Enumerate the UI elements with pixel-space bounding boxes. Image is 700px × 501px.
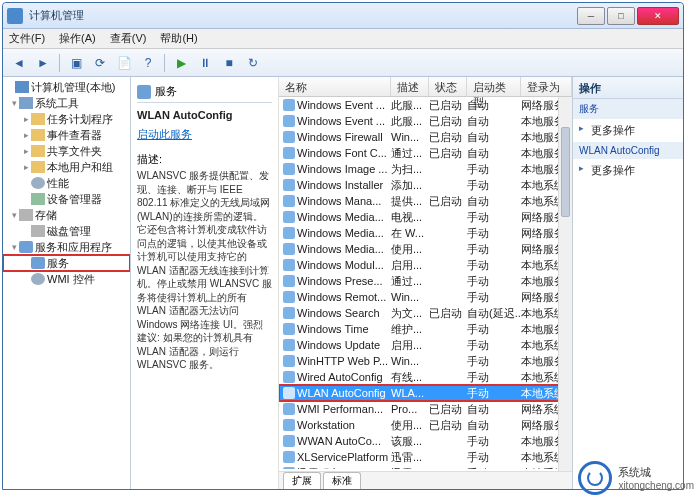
show-hide-icon[interactable]: ▣	[66, 53, 86, 73]
play-icon[interactable]: ▶	[171, 53, 191, 73]
service-icon	[283, 403, 295, 415]
menu-help[interactable]: 帮助(H)	[160, 31, 197, 46]
service-row[interactable]: WinHTTP Web P...Win...手动本地服务	[279, 353, 572, 369]
service-row[interactable]: Windows Installer添加...手动本地系统	[279, 177, 572, 193]
minimize-button[interactable]: ─	[577, 7, 605, 25]
service-icon	[283, 275, 295, 287]
service-row[interactable]: WLAN AutoConfigWLA...手动本地系统	[279, 385, 572, 401]
service-icon	[283, 419, 295, 431]
tree-item[interactable]: ▸任务计划程序	[3, 111, 130, 127]
tab-extended[interactable]: 扩展	[283, 472, 321, 489]
list-header[interactable]: 名称 描述 状态 启动类型 登录为	[279, 77, 572, 97]
tree-group-services[interactable]: ▾服务和应用程序	[3, 239, 130, 255]
tree-group-system[interactable]: ▾系统工具	[3, 95, 130, 111]
tree-item[interactable]: 设备管理器	[3, 191, 130, 207]
service-icon	[283, 99, 295, 111]
more-actions-link[interactable]: 更多操作	[573, 159, 683, 182]
tree-item[interactable]: WMI 控件	[3, 271, 130, 287]
gear-icon	[137, 85, 151, 99]
service-row[interactable]: Workstation使用...已启动自动网络服务	[279, 417, 572, 433]
col-desc[interactable]: 描述	[391, 77, 429, 96]
service-row[interactable]: WWAN AutoCo...该服...手动本地服务	[279, 433, 572, 449]
titlebar[interactable]: 计算机管理 ─ □ ✕	[3, 3, 683, 29]
help-icon[interactable]: ?	[138, 53, 158, 73]
more-actions-link[interactable]: 更多操作	[573, 119, 683, 142]
service-row[interactable]: Windows Modul...启用...手动本地系统	[279, 257, 572, 273]
col-name[interactable]: 名称	[279, 77, 391, 96]
service-icon	[283, 355, 295, 367]
service-icon	[283, 467, 295, 469]
tree-root[interactable]: 计算机管理(本地)	[3, 79, 130, 95]
service-icon	[283, 147, 295, 159]
app-icon	[7, 8, 23, 24]
view-tabs: 扩展 标准	[279, 471, 572, 489]
forward-icon[interactable]: ►	[33, 53, 53, 73]
service-row[interactable]: Windows Media...在 W...手动网络服务	[279, 225, 572, 241]
service-row[interactable]: Windows Image ...为扫...手动本地服务	[279, 161, 572, 177]
start-service-link[interactable]: 启动此服务	[137, 127, 272, 142]
service-row[interactable]: XLServicePlatform迅雷...手动本地系统	[279, 449, 572, 465]
tree-item[interactable]: ▸共享文件夹	[3, 143, 130, 159]
service-icon	[283, 259, 295, 271]
list-rows[interactable]: Windows Event ...此服...已启动自动网络服务Windows E…	[279, 97, 572, 469]
service-icon	[283, 131, 295, 143]
tree-item-services[interactable]: 服务	[3, 255, 130, 271]
menu-view[interactable]: 查看(V)	[110, 31, 147, 46]
scrollbar[interactable]	[558, 97, 572, 471]
separator	[164, 54, 165, 72]
service-list: 名称 描述 状态 启动类型 登录为 Windows Event ...此服...…	[279, 77, 572, 489]
service-icon	[283, 371, 295, 383]
actions-section-services: 服务	[573, 99, 683, 119]
service-icon	[283, 291, 295, 303]
detail-pane: 服务 WLAN AutoConfig 启动此服务 描述: WLANSVC 服务提…	[131, 77, 279, 489]
window-title: 计算机管理	[29, 8, 577, 23]
service-row[interactable]: Windows Search为文...已启动自动(延迟...本地系统	[279, 305, 572, 321]
col-start[interactable]: 启动类型	[467, 77, 521, 96]
service-row[interactable]: Windows Media...使用...手动网络服务	[279, 241, 572, 257]
tree-item[interactable]: 磁盘管理	[3, 223, 130, 239]
toolbar: ◄ ► ▣ ⟳ 📄 ? ▶ ⏸ ■ ↻	[3, 49, 683, 77]
service-icon	[283, 323, 295, 335]
maximize-button[interactable]: □	[607, 7, 635, 25]
service-icon	[283, 339, 295, 351]
scroll-thumb[interactable]	[561, 127, 570, 217]
service-row[interactable]: Windows Event ...此服...已启动自动本地服务	[279, 113, 572, 129]
service-icon	[283, 195, 295, 207]
service-row[interactable]: Windows FirewallWin...已启动自动本地服务	[279, 129, 572, 145]
nav-tree[interactable]: 计算机管理(本地) ▾系统工具 ▸任务计划程序 ▸事件查看器 ▸共享文件夹 ▸本…	[3, 77, 131, 489]
menu-file[interactable]: 文件(F)	[9, 31, 45, 46]
service-row[interactable]: Windows Time维护...手动本地服务	[279, 321, 572, 337]
service-icon	[283, 435, 295, 447]
description-text: WLANSVC 服务提供配置、发现、连接、断开与 IEEE 802.11 标准定…	[137, 169, 272, 372]
service-row[interactable]: Windows Remot...Win...手动网络服务	[279, 289, 572, 305]
col-state[interactable]: 状态	[429, 77, 467, 96]
actions-header: 操作	[573, 77, 683, 99]
service-row[interactable]: Windows Media...电视...手动网络服务	[279, 209, 572, 225]
restart-icon[interactable]: ↻	[243, 53, 263, 73]
service-row[interactable]: Windows Mana...提供...已启动自动本地系统	[279, 193, 572, 209]
service-row[interactable]: Windows Font C...通过...已启动自动本地服务	[279, 145, 572, 161]
stop-icon[interactable]: ■	[219, 53, 239, 73]
tab-standard[interactable]: 标准	[323, 472, 361, 489]
separator	[59, 54, 60, 72]
tree-item[interactable]: ▸本地用户和组	[3, 159, 130, 175]
pause-icon[interactable]: ⏸	[195, 53, 215, 73]
service-row[interactable]: Windows Update启用...手动本地系统	[279, 337, 572, 353]
export-icon[interactable]: 📄	[114, 53, 134, 73]
service-row[interactable]: WMI Performan...Pro...已启动自动网络系统	[279, 401, 572, 417]
description-label: 描述:	[137, 152, 272, 167]
tree-item[interactable]: 性能	[3, 175, 130, 191]
col-acct[interactable]: 登录为	[521, 77, 572, 96]
service-row[interactable]: Wired AutoConfig有线...手动本地系统	[279, 369, 572, 385]
refresh-icon[interactable]: ⟳	[90, 53, 110, 73]
service-row[interactable]: Windows Prese...通过...手动本地服务	[279, 273, 572, 289]
logo-icon	[578, 461, 612, 495]
back-icon[interactable]: ◄	[9, 53, 29, 73]
close-button[interactable]: ✕	[637, 7, 679, 25]
tree-item[interactable]: ▸事件查看器	[3, 127, 130, 143]
menu-action[interactable]: 操作(A)	[59, 31, 96, 46]
service-row[interactable]: Windows Event ...此服...已启动自动网络服务	[279, 97, 572, 113]
watermark-url: xitongcheng.com	[618, 480, 694, 491]
tree-group-storage[interactable]: ▾存储	[3, 207, 130, 223]
service-row[interactable]: 迅雷服务讯雷...手动本地系统	[279, 465, 572, 469]
